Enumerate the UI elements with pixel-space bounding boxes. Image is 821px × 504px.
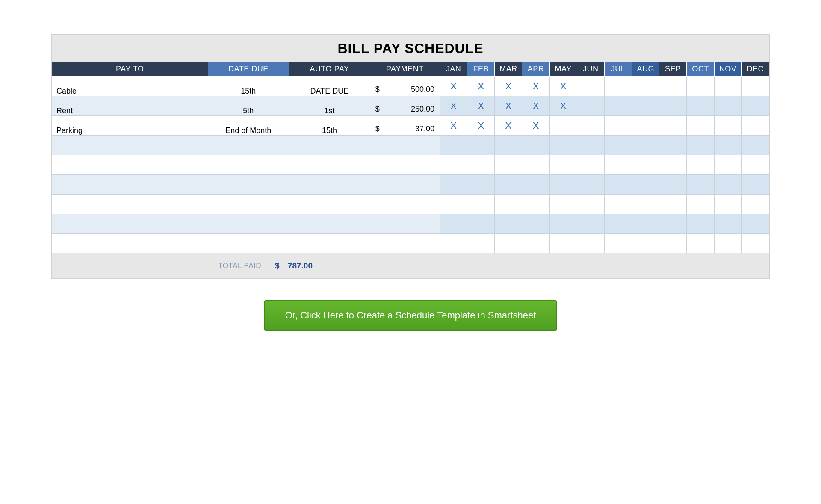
cell-month[interactable]: [549, 116, 577, 136]
cell-month[interactable]: [687, 116, 714, 136]
cell-month[interactable]: [741, 77, 769, 96]
cell-month[interactable]: [577, 96, 604, 116]
cell-auto-pay[interactable]: 1st: [289, 96, 370, 116]
cell-month[interactable]: [577, 155, 604, 175]
cell-month[interactable]: [632, 77, 659, 96]
cell-date-due[interactable]: [208, 155, 289, 175]
cell-month[interactable]: [687, 175, 714, 195]
cell-auto-pay[interactable]: 15th: [289, 116, 370, 136]
cell-month[interactable]: [687, 136, 714, 155]
cell-month[interactable]: [604, 175, 632, 195]
cell-month[interactable]: [659, 175, 687, 195]
cell-month[interactable]: [549, 175, 577, 195]
cell-month[interactable]: [741, 175, 769, 195]
cell-month[interactable]: [495, 234, 522, 253]
cell-month[interactable]: [522, 175, 549, 195]
cell-month[interactable]: [577, 195, 604, 214]
cell-month[interactable]: [495, 195, 522, 214]
cell-month[interactable]: [604, 136, 632, 155]
create-template-button[interactable]: Or, Click Here to Create a Schedule Temp…: [264, 300, 557, 331]
cell-month[interactable]: [687, 77, 714, 96]
cell-pay-to[interactable]: [52, 234, 208, 253]
cell-month[interactable]: [687, 96, 714, 116]
cell-month[interactable]: [577, 136, 604, 155]
cell-payment[interactable]: $250.00: [370, 96, 440, 116]
cell-pay-to[interactable]: [52, 136, 208, 155]
cell-month[interactable]: [522, 214, 549, 234]
cell-month[interactable]: [577, 175, 604, 195]
cell-auto-pay[interactable]: [289, 136, 370, 155]
cell-month[interactable]: [549, 136, 577, 155]
cell-month[interactable]: [714, 175, 741, 195]
cell-month[interactable]: [467, 136, 495, 155]
cell-month[interactable]: X: [495, 116, 522, 136]
cell-month[interactable]: X: [495, 77, 522, 96]
cell-month[interactable]: [549, 214, 577, 234]
cell-month[interactable]: [659, 116, 687, 136]
cell-month[interactable]: [577, 234, 604, 253]
cell-month[interactable]: [604, 214, 632, 234]
cell-month[interactable]: [714, 136, 741, 155]
cell-month[interactable]: [549, 155, 577, 175]
cell-pay-to[interactable]: Rent: [52, 96, 208, 116]
cell-month[interactable]: X: [549, 77, 577, 96]
cell-pay-to[interactable]: Cable: [52, 77, 208, 96]
cell-month[interactable]: [522, 136, 549, 155]
cell-payment[interactable]: $500.00: [370, 77, 440, 96]
cell-date-due[interactable]: [208, 214, 289, 234]
cell-month[interactable]: [522, 234, 549, 253]
cell-month[interactable]: [632, 116, 659, 136]
cell-month[interactable]: [741, 136, 769, 155]
cell-month[interactable]: [632, 155, 659, 175]
cell-month[interactable]: X: [440, 77, 467, 96]
cell-month[interactable]: [687, 234, 714, 253]
cell-month[interactable]: [467, 155, 495, 175]
cell-auto-pay[interactable]: [289, 214, 370, 234]
cell-month[interactable]: [714, 214, 741, 234]
cell-month[interactable]: X: [467, 77, 495, 96]
cell-month[interactable]: [632, 136, 659, 155]
cell-month[interactable]: [604, 77, 632, 96]
cell-date-due[interactable]: End of Month: [208, 116, 289, 136]
cell-month[interactable]: [440, 214, 467, 234]
cell-month[interactable]: [741, 195, 769, 214]
cell-pay-to[interactable]: [52, 155, 208, 175]
cell-month[interactable]: [714, 234, 741, 253]
cell-month[interactable]: X: [467, 116, 495, 136]
cell-month[interactable]: [604, 96, 632, 116]
cell-month[interactable]: [440, 195, 467, 214]
cell-month[interactable]: [659, 136, 687, 155]
cell-auto-pay[interactable]: [289, 175, 370, 195]
cell-date-due[interactable]: [208, 175, 289, 195]
cell-month[interactable]: [604, 155, 632, 175]
cell-month[interactable]: [632, 195, 659, 214]
cell-pay-to[interactable]: [52, 175, 208, 195]
cell-month[interactable]: [687, 195, 714, 214]
cell-auto-pay[interactable]: [289, 234, 370, 253]
cell-auto-pay[interactable]: DATE DUE: [289, 77, 370, 96]
cell-month[interactable]: [549, 195, 577, 214]
cell-month[interactable]: X: [440, 116, 467, 136]
cell-pay-to[interactable]: [52, 195, 208, 214]
cell-month[interactable]: [467, 214, 495, 234]
cell-month[interactable]: [659, 155, 687, 175]
cell-month[interactable]: [440, 155, 467, 175]
cell-month[interactable]: [632, 234, 659, 253]
cell-payment[interactable]: [370, 136, 440, 155]
cell-pay-to[interactable]: Parking: [52, 116, 208, 136]
cell-month[interactable]: [632, 96, 659, 116]
cell-month[interactable]: [659, 195, 687, 214]
cell-auto-pay[interactable]: [289, 195, 370, 214]
cell-month[interactable]: [687, 155, 714, 175]
cell-date-due[interactable]: [208, 234, 289, 253]
cell-month[interactable]: [577, 116, 604, 136]
cell-month[interactable]: X: [522, 116, 549, 136]
cell-month[interactable]: [440, 175, 467, 195]
cell-month[interactable]: [659, 234, 687, 253]
cell-month[interactable]: X: [440, 96, 467, 116]
cell-payment[interactable]: [370, 195, 440, 214]
cell-date-due[interactable]: 5th: [208, 96, 289, 116]
cell-month[interactable]: [687, 214, 714, 234]
cell-month[interactable]: [495, 214, 522, 234]
cell-month[interactable]: [495, 175, 522, 195]
